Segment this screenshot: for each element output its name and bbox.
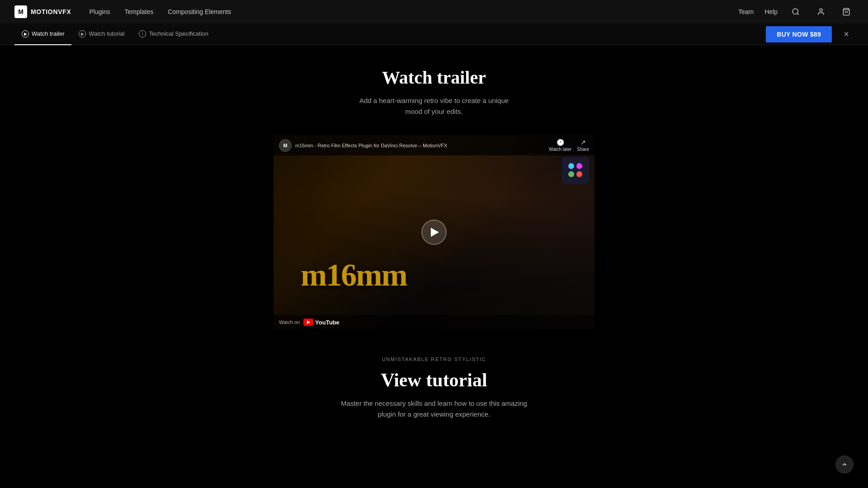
tutorial-description: Master the necessary skills and learn ho… bbox=[341, 398, 527, 420]
trailer-subtitle: Add a heart-warming retro vibe to create… bbox=[359, 95, 509, 117]
youtube-play-icon bbox=[307, 320, 310, 324]
main-content: Watch trailer Add a heart-warming retro … bbox=[0, 45, 868, 456]
play-button[interactable] bbox=[421, 220, 447, 245]
clock-icon: 🕐 bbox=[557, 139, 564, 146]
tab-info-icon: i bbox=[139, 30, 146, 38]
davinci-dot-1 bbox=[568, 163, 574, 169]
logo-name: MOTIONVFX bbox=[31, 8, 71, 15]
buy-now-button[interactable]: BUY NOW $89 bbox=[766, 26, 832, 42]
share-action[interactable]: ↗ Share bbox=[577, 139, 589, 152]
navbar: M MOTIONVFX Plugins Templates Compositin… bbox=[0, 0, 868, 23]
scroll-top-button[interactable] bbox=[835, 455, 854, 474]
davinci-dot-3 bbox=[568, 171, 574, 177]
nav-compositing[interactable]: Compositing Elements bbox=[168, 8, 231, 15]
watch-on-label: Watch on bbox=[279, 319, 300, 325]
youtube-red-box bbox=[303, 319, 313, 326]
account-button[interactable] bbox=[814, 5, 828, 19]
nav-right: Team Help bbox=[738, 5, 854, 19]
share-icon: ↗ bbox=[580, 139, 586, 146]
watch-later-action[interactable]: 🕐 Watch later bbox=[549, 139, 571, 152]
davinci-logo bbox=[562, 157, 589, 184]
tutorial-section: UNMISTAKABLE RETRO STYLISTIC View tutori… bbox=[0, 329, 868, 420]
svg-point-0 bbox=[793, 9, 798, 14]
tutorial-heading: View tutorial bbox=[381, 369, 487, 391]
search-button[interactable] bbox=[788, 5, 803, 19]
sticky-bar: ▶ Watch trailer ▶ Watch tutorial i Techn… bbox=[0, 23, 868, 45]
logo-icon: M bbox=[14, 5, 27, 18]
trailer-title: Watch trailer bbox=[382, 67, 486, 88]
video-embed[interactable]: M m16mm - Retro Film Effects Plugin for … bbox=[274, 135, 594, 329]
video-title: m16mm - Retro Film Effects Plugin for Da… bbox=[295, 143, 447, 148]
close-button[interactable]: × bbox=[839, 27, 854, 42]
video-top-left: M m16mm - Retro Film Effects Plugin for … bbox=[279, 139, 447, 152]
youtube-icon: YouTube bbox=[303, 319, 340, 326]
nav-team[interactable]: Team bbox=[738, 8, 754, 15]
sticky-tabs: ▶ Watch trailer ▶ Watch tutorial i Techn… bbox=[14, 23, 766, 45]
nav-links: Plugins Templates Compositing Elements bbox=[90, 8, 738, 15]
play-triangle-icon bbox=[431, 228, 439, 237]
tab-tech-spec[interactable]: i Technical Specification bbox=[132, 23, 216, 45]
cart-button[interactable] bbox=[839, 5, 854, 19]
video-top-right: 🕐 Watch later ↗ Share bbox=[549, 139, 589, 152]
svg-point-2 bbox=[820, 9, 822, 11]
nav-plugins[interactable]: Plugins bbox=[90, 8, 110, 15]
tab-play-icon-2: ▶ bbox=[79, 30, 86, 38]
channel-icon: M bbox=[279, 139, 292, 152]
nav-templates[interactable]: Templates bbox=[124, 8, 153, 15]
tab-watch-tutorial[interactable]: ▶ Watch tutorial bbox=[71, 23, 132, 45]
nav-help[interactable]: Help bbox=[764, 8, 778, 15]
section-tag: UNMISTAKABLE RETRO STYLISTIC bbox=[382, 357, 486, 362]
davinci-dot-2 bbox=[576, 163, 582, 169]
video-top-bar: M m16mm - Retro Film Effects Plugin for … bbox=[274, 135, 594, 155]
youtube-label: YouTube bbox=[315, 319, 340, 326]
video-product-name: m16mm bbox=[301, 257, 407, 293]
davinci-dot-4 bbox=[576, 171, 582, 177]
tab-play-icon: ▶ bbox=[22, 30, 29, 38]
tab-watch-trailer[interactable]: ▶ Watch trailer bbox=[14, 23, 71, 45]
svg-line-1 bbox=[797, 13, 798, 14]
brand-logo[interactable]: M MOTIONVFX bbox=[14, 5, 71, 18]
video-bottom-bar: Watch on YouTube bbox=[274, 315, 594, 329]
davinci-dots bbox=[568, 163, 583, 178]
